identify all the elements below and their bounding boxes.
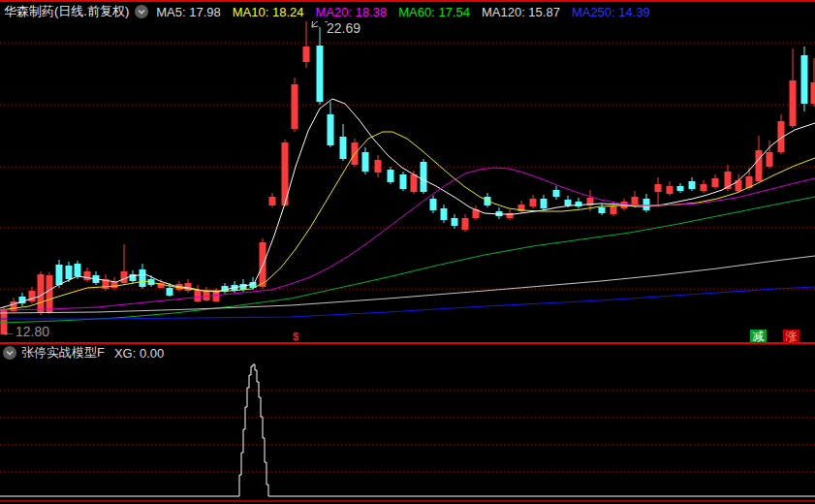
candle [400, 174, 407, 189]
candle [292, 84, 298, 129]
candle [756, 150, 763, 181]
candle [140, 269, 146, 287]
candle [553, 190, 560, 197]
ma-label: MA10: 18.24 [233, 5, 304, 19]
ma-label: MA5: 17.98 [156, 5, 221, 19]
ma-value-labels: MA5: 17.98MA10: 18.24MA20: 18.38MA60: 17… [156, 5, 662, 19]
candle [111, 282, 118, 288]
candle [701, 184, 707, 191]
candle [75, 264, 81, 276]
candle [66, 266, 73, 279]
candle [677, 186, 684, 191]
candle [303, 47, 310, 62]
candle [121, 271, 128, 283]
price-high-label: 22.69 [327, 21, 360, 36]
candle [689, 181, 696, 189]
candle [736, 180, 742, 191]
candle [56, 265, 63, 285]
signal-indicator-chart[interactable] [0, 361, 815, 504]
main-gridlines [0, 43, 815, 289]
candle [362, 152, 369, 172]
candle [576, 202, 582, 206]
main-candlestick-chart[interactable]: 22.69 ←12.80 [0, 21, 815, 342]
chevron-down-icon[interactable] [3, 346, 16, 360]
candle [632, 197, 639, 205]
ma-label: MA120: 15.87 [482, 5, 560, 19]
candle [185, 283, 192, 291]
candle [790, 80, 797, 126]
candle [195, 290, 202, 301]
candle [655, 184, 662, 192]
indicator-xg-value: XG: 0.00 [114, 346, 164, 361]
candle [452, 218, 458, 226]
price-high-arrow-icon [312, 21, 328, 27]
candle [375, 160, 382, 173]
candle [801, 55, 808, 104]
signal-spike [0, 364, 815, 496]
main-chart-header: 华森制药(日线.前复权) MA5: 17.98MA10: 18.24MA20: … [0, 2, 815, 21]
candle-layer [1, 21, 815, 334]
indicator-panel-header: 张停实战模型F XG: 0.00 [0, 345, 815, 361]
candle [643, 199, 650, 210]
panel-separator-line[interactable] [0, 342, 815, 344]
candle [430, 199, 437, 210]
sub-gridlines [0, 391, 815, 472]
candle [47, 275, 53, 312]
stock-app-window: 华森制药(日线.前复权) MA5: 17.98MA10: 18.24MA20: … [0, 0, 815, 504]
candle [667, 186, 674, 194]
ma-label: MA250: 14.39 [572, 5, 650, 19]
stock-title: 华森制药(日线.前复权) [4, 3, 129, 20]
candle [340, 137, 347, 159]
candle [441, 208, 448, 220]
signal-spike-layer [0, 364, 815, 501]
candle [317, 46, 324, 102]
candle [611, 206, 617, 214]
candle [328, 114, 334, 145]
ma60-line [0, 197, 815, 323]
candle [530, 199, 537, 206]
candle [462, 218, 469, 230]
candle [269, 197, 276, 205]
candle [767, 152, 773, 167]
ma250-line [0, 287, 815, 319]
candle [213, 291, 220, 301]
ma-label: MA20: 18.38 [316, 5, 388, 19]
candle [421, 162, 427, 192]
candle [411, 174, 418, 192]
candle [84, 271, 91, 280]
candle [388, 170, 394, 182]
candle [565, 200, 572, 205]
chevron-down-icon[interactable] [135, 5, 148, 18]
money-flag-marker: $ [293, 331, 298, 342]
candle [541, 199, 548, 208]
candle [599, 207, 606, 213]
ma-label: MA60: 17.54 [398, 5, 470, 19]
indicator-name: 张停实战模型F [21, 344, 105, 362]
price-low-label: ←12.80 [2, 324, 49, 339]
candle [811, 82, 815, 104]
candle [712, 178, 719, 187]
candle [167, 288, 173, 296]
